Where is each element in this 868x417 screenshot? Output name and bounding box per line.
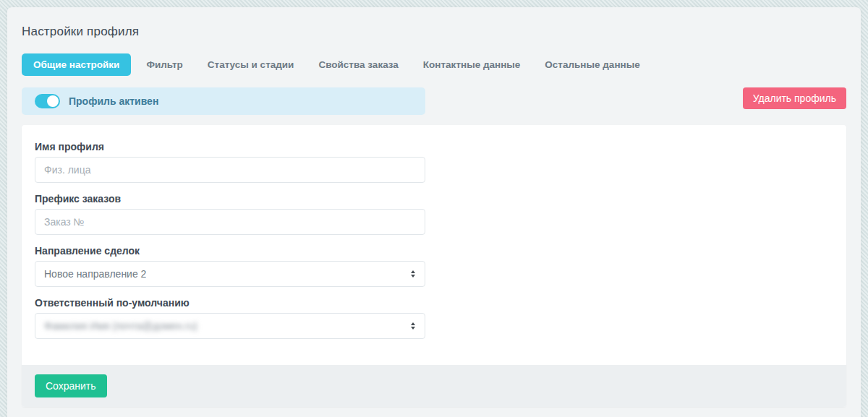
tab-other-data[interactable]: Остальные данные	[535, 53, 649, 76]
default-responsible-value-redacted: Фамилия Имя (почта@домен.ru)	[44, 320, 197, 332]
order-prefix-label: Префикс заказов	[35, 193, 425, 205]
deal-direction-group: Направление сделок Новое направление 2	[35, 245, 425, 287]
profile-name-group: Имя профиля	[35, 141, 425, 183]
select-arrows-icon	[411, 322, 415, 330]
deal-direction-label: Направление сделок	[35, 245, 425, 257]
save-button[interactable]: Сохранить	[35, 374, 107, 397]
tab-filter[interactable]: Фильтр	[137, 53, 192, 76]
profile-active-label: Профиль активен	[69, 95, 158, 107]
order-prefix-group: Префикс заказов	[35, 193, 425, 235]
tab-statuses-stages[interactable]: Статусы и стадии	[198, 53, 304, 76]
profile-name-label: Имя профиля	[35, 141, 425, 152]
toggle-knob-icon	[47, 95, 59, 107]
profile-active-row: Профиль активен Удалить профиль	[22, 87, 846, 115]
settings-card-body: Имя профиля Префикс заказов Направление …	[22, 125, 846, 365]
profile-name-input[interactable]	[35, 157, 425, 183]
default-responsible-select[interactable]: Фамилия Имя (почта@домен.ru)	[35, 313, 425, 339]
default-responsible-label: Ответственный по-умолчанию	[35, 297, 425, 309]
profile-active-band: Профиль активен	[22, 87, 425, 115]
tab-general-settings[interactable]: Общие настройки	[22, 53, 131, 76]
tab-order-properties[interactable]: Свойства заказа	[309, 53, 407, 76]
settings-panel: Настройки профиля Общие настройки Фильтр…	[7, 7, 861, 417]
tab-contact-data[interactable]: Контактные данные	[414, 53, 530, 76]
profile-tabs: Общие настройки Фильтр Статусы и стадии …	[22, 53, 846, 76]
profile-active-toggle[interactable]	[35, 94, 60, 108]
deal-direction-select[interactable]: Новое направление 2	[35, 261, 425, 287]
delete-profile-button[interactable]: Удалить профиль	[743, 87, 846, 109]
deal-direction-value: Новое направление 2	[44, 268, 146, 280]
order-prefix-input[interactable]	[35, 209, 425, 235]
default-responsible-group: Ответственный по-умолчанию Фамилия Имя (…	[35, 297, 425, 339]
settings-card-footer: Сохранить	[22, 365, 846, 407]
settings-card: Имя профиля Префикс заказов Направление …	[22, 125, 846, 407]
page-title: Настройки профиля	[22, 25, 846, 39]
select-arrows-icon	[411, 270, 415, 278]
